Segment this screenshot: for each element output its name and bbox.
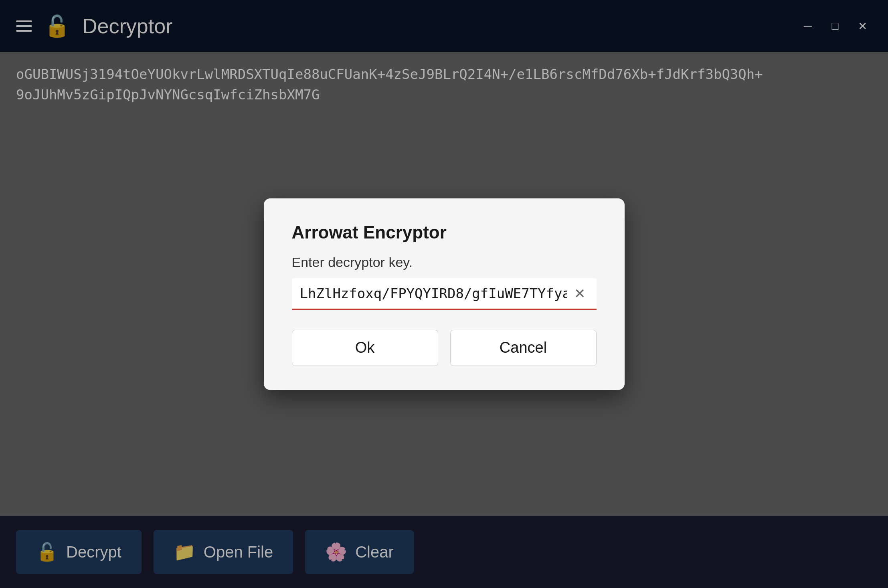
dialog-label: Enter decryptor key. [292, 255, 597, 270]
decryptor-key-input[interactable] [300, 285, 567, 301]
ok-button[interactable]: Ok [292, 330, 438, 366]
cancel-button[interactable]: Cancel [450, 330, 597, 366]
dialog-input-wrapper: ✕ [292, 278, 597, 310]
dialog-title: Arrowat Encryptor [292, 222, 597, 242]
dialog-buttons: Ok Cancel [292, 330, 597, 366]
modal-overlay: Arrowat Encryptor Enter decryptor key. ✕… [0, 0, 888, 588]
clear-input-button[interactable]: ✕ [571, 285, 589, 302]
dialog: Arrowat Encryptor Enter decryptor key. ✕… [264, 198, 625, 390]
